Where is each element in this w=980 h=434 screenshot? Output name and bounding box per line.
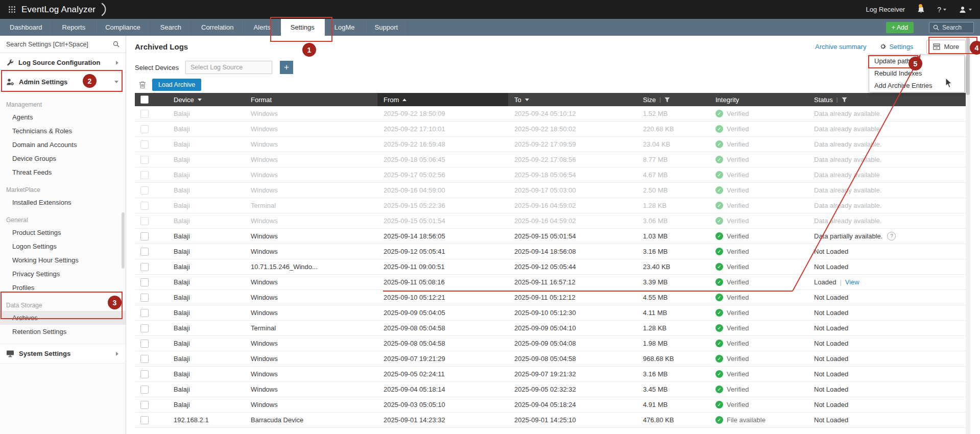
cell-to: 2025-09-16 04:59:02 xyxy=(508,217,637,225)
menu-item-rebuild-indexes[interactable]: Rebuild Indexes xyxy=(869,67,964,80)
cell-device: Balaji xyxy=(168,217,245,225)
row-checkbox-cell xyxy=(135,171,168,179)
tab-settings[interactable]: Settings xyxy=(281,19,325,36)
row-checkbox[interactable] xyxy=(140,263,149,271)
row-checkbox[interactable] xyxy=(140,125,149,133)
delete-icon[interactable] xyxy=(139,81,146,89)
table-row: BalajiWindows2025-09-10 05:12:212025-09-… xyxy=(135,290,966,305)
verified-icon: ✓ xyxy=(715,278,723,286)
row-checkbox[interactable] xyxy=(140,110,149,118)
sidebar-item-retention-settings[interactable]: Retention Settings xyxy=(0,325,126,339)
table-row: BalajiWindows2025-09-03 05:05:102025-09-… xyxy=(135,397,966,413)
table-header: DeviceFormatFromToSize|IntegrityStatus| xyxy=(135,93,966,106)
view-link[interactable]: View xyxy=(845,278,859,286)
row-checkbox[interactable] xyxy=(140,416,149,424)
cell-size: 968.68 KB xyxy=(637,355,709,363)
cell-format: Windows xyxy=(245,370,377,378)
sidebar-item-system-settings[interactable]: System Settings xyxy=(0,344,126,364)
menu-item-add-archive-entries[interactable]: Add Archive Entries xyxy=(869,80,964,92)
sidebar-item-threat-feeds[interactable]: Threat Feeds xyxy=(0,165,126,179)
row-checkbox[interactable] xyxy=(140,156,149,164)
sidebar-item-logon-settings[interactable]: Logon Settings xyxy=(0,239,126,253)
cell-status: Data already available. xyxy=(808,156,966,163)
row-checkbox[interactable] xyxy=(140,309,149,317)
sidebar-item-technicians-roles[interactable]: Technicians & Roles xyxy=(0,124,126,138)
notification-badge xyxy=(919,4,922,8)
filter-funnel-icon[interactable] xyxy=(664,97,670,103)
row-checkbox[interactable] xyxy=(140,355,149,363)
sidebar-item-product-settings[interactable]: Product Settings xyxy=(0,226,126,239)
archive-summary-link[interactable]: Archive summary xyxy=(815,43,866,51)
table-row: BalajiWindows2025-09-05 02:24:112025-09-… xyxy=(135,367,966,382)
cell-device: Balaji xyxy=(168,294,245,301)
sidebar-item-admin-settings[interactable]: Admin Settings xyxy=(0,73,126,92)
column-header-device[interactable]: Device xyxy=(168,93,245,106)
cell-to: 2025-09-16 04:59:02 xyxy=(508,202,637,209)
column-header-status[interactable]: Status| xyxy=(808,93,966,106)
tab-alerts[interactable]: Alerts xyxy=(244,19,281,36)
sidebar-item-working-hour-settings[interactable]: Working Hour Settings xyxy=(0,253,126,267)
global-search-input[interactable]: Search xyxy=(929,22,974,33)
device-select-dropdown[interactable]: Select Log Source xyxy=(185,61,272,74)
add-button[interactable]: + Add xyxy=(886,22,914,33)
archive-settings-link[interactable]: Settings xyxy=(879,43,913,51)
more-button[interactable]: More xyxy=(926,40,966,54)
vertical-scrollbar-thumb[interactable] xyxy=(966,38,970,95)
row-checkbox[interactable] xyxy=(140,278,149,286)
log-receiver-link[interactable]: Log Receiver xyxy=(866,6,905,13)
sidebar-search-input[interactable]: Search Settings [Ctrl+Space] xyxy=(0,36,126,53)
cell-to: 2025-09-15 05:01:54 xyxy=(508,232,637,240)
row-checkbox[interactable] xyxy=(140,340,149,348)
search-icon xyxy=(933,25,939,31)
row-checkbox[interactable] xyxy=(140,385,149,394)
row-checkbox[interactable] xyxy=(140,186,149,195)
sidebar-item-log-source-configuration[interactable]: Log Source Configuration xyxy=(0,53,126,73)
tab-correlation[interactable]: Correlation xyxy=(192,19,244,36)
sidebar-scrollbar[interactable] xyxy=(122,212,125,269)
tab-logme[interactable]: LogMe xyxy=(325,19,365,36)
row-checkbox[interactable] xyxy=(140,324,149,332)
row-checkbox[interactable] xyxy=(140,217,149,225)
sidebar-item-privacy-settings[interactable]: Privacy Settings xyxy=(0,267,126,281)
row-checkbox[interactable] xyxy=(140,401,149,409)
cell-device: Balaji xyxy=(168,140,245,148)
column-header-integrity[interactable]: Integrity xyxy=(709,93,808,106)
row-checkbox[interactable] xyxy=(140,140,149,149)
filter-funnel-icon[interactable] xyxy=(842,97,847,103)
column-header-format[interactable]: Format xyxy=(245,93,377,106)
notifications-bell-icon[interactable] xyxy=(917,6,925,14)
cell-from: 2025-09-17 05:02:56 xyxy=(377,171,508,179)
load-archive-button[interactable]: Load Archive xyxy=(152,79,201,91)
user-menu[interactable] xyxy=(959,6,972,14)
sidebar-item-device-groups[interactable]: Device Groups xyxy=(0,152,126,165)
vertical-scrollbar-track[interactable] xyxy=(966,36,970,434)
sidebar-item-domain-and-accounts[interactable]: Domain and Accounts xyxy=(0,138,126,152)
add-device-button[interactable]: + xyxy=(280,61,293,74)
tab-search[interactable]: Search xyxy=(151,19,192,36)
row-checkbox[interactable] xyxy=(140,171,149,179)
menu-item-update-path[interactable]: Update path xyxy=(869,55,964,67)
sidebar-item-agents[interactable]: Agents xyxy=(0,110,126,124)
column-header-from[interactable]: From xyxy=(377,93,508,106)
column-header-to[interactable]: To xyxy=(508,93,637,106)
row-checkbox[interactable] xyxy=(140,202,149,210)
column-header-size[interactable]: Size| xyxy=(637,93,709,106)
row-checkbox[interactable] xyxy=(140,232,149,240)
sidebar-item-archives[interactable]: Archives xyxy=(0,311,126,325)
select-all-checkbox[interactable] xyxy=(140,95,149,104)
row-checkbox[interactable] xyxy=(140,248,149,256)
sidebar-item-profiles[interactable]: Profiles xyxy=(0,281,126,295)
tab-reports[interactable]: Reports xyxy=(53,19,96,36)
row-checkbox[interactable] xyxy=(140,370,149,378)
row-help-icon[interactable]: ? xyxy=(887,232,896,240)
tab-support[interactable]: Support xyxy=(365,19,409,36)
app-logo-title: EventLog Analyzer xyxy=(21,5,95,15)
sidebar-item-installed-extensions[interactable]: Installed Extensions xyxy=(0,196,126,209)
apps-grid-icon[interactable] xyxy=(8,6,16,13)
nav-tabs: DashboardReportsComplianceSearchCorrelat… xyxy=(0,19,408,36)
row-checkbox-cell xyxy=(135,294,168,302)
help-menu[interactable]: ? xyxy=(937,6,946,14)
tab-compliance[interactable]: Compliance xyxy=(95,19,151,36)
row-checkbox[interactable] xyxy=(140,294,149,302)
tab-dashboard[interactable]: Dashboard xyxy=(0,19,53,36)
